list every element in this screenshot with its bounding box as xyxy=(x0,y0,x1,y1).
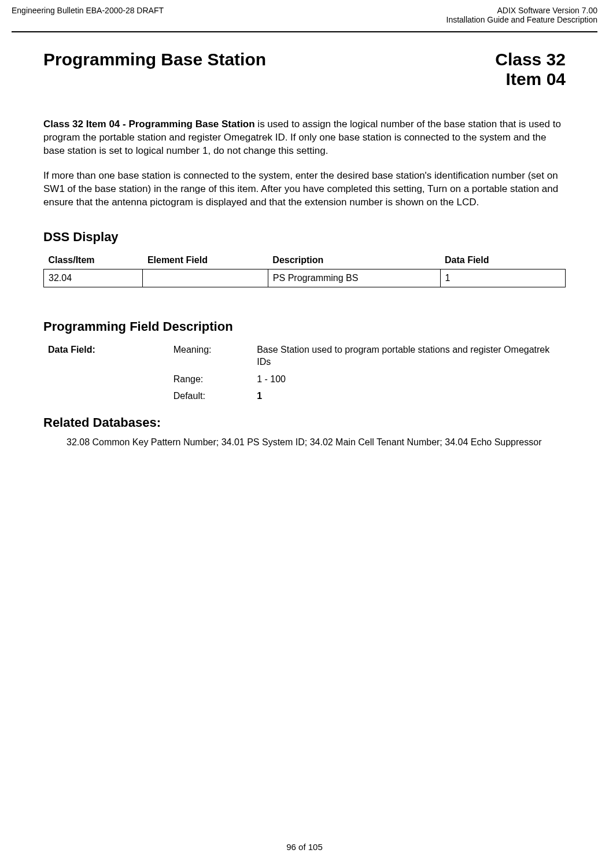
intro-paragraph-2: If more than one base station is connect… xyxy=(43,169,566,209)
dss-header-classitem: Class/Item xyxy=(44,252,143,269)
page-footer: 96 of 105 xyxy=(0,842,609,852)
pfd-datafield-label: Data Field: xyxy=(43,341,169,371)
pfd-default-label: Default: xyxy=(169,387,252,405)
page-title: Programming Base Station xyxy=(43,50,266,69)
pfd-range-label: Range: xyxy=(169,371,252,388)
title-row: Programming Base Station Class 32 Item 0… xyxy=(43,50,566,89)
title-class-item: Class 32 Item 04 xyxy=(495,50,566,89)
pfd-row-range: Range: 1 - 100 xyxy=(43,371,566,388)
dss-cell-elementfield xyxy=(143,269,268,287)
dss-cell-description: PS Programming BS xyxy=(268,269,440,287)
dss-header-datafield: Data Field xyxy=(440,252,566,269)
pfd-empty-1 xyxy=(43,371,169,388)
pfd-table: Data Field: Meaning: Base Station used t… xyxy=(43,341,566,405)
pfd-range-value: 1 - 100 xyxy=(252,371,566,388)
header-right-line1: ADIX Software Version 7.00 xyxy=(446,6,597,15)
header-left-text: Engineering Bulletin EBA-2000-28 DRAFT xyxy=(12,6,164,24)
pfd-row-meaning: Data Field: Meaning: Base Station used t… xyxy=(43,341,566,371)
pfd-default-value: 1 xyxy=(252,387,566,405)
pfd-default-value-bold: 1 xyxy=(257,391,262,401)
title-class: Class 32 xyxy=(495,50,566,69)
intro-bold-lead: Class 32 Item 04 - Programming Base Stat… xyxy=(43,119,255,130)
related-databases-section: Related Databases: 32.08 Common Key Patt… xyxy=(43,415,566,449)
intro-paragraph-1: Class 32 Item 04 - Programming Base Stat… xyxy=(43,118,566,158)
dss-display-heading: DSS Display xyxy=(43,230,566,245)
header-divider xyxy=(12,31,597,32)
dss-header-elementfield: Element Field xyxy=(143,252,268,269)
pfd-meaning-value: Base Station used to program portable st… xyxy=(252,341,566,371)
dss-cell-datafield: 1 xyxy=(440,269,566,287)
dss-table-row: 32.04 PS Programming BS 1 xyxy=(44,269,566,287)
pfd-heading: Programming Field Description xyxy=(43,319,566,334)
page-content: Programming Base Station Class 32 Item 0… xyxy=(0,50,609,449)
dss-cell-classitem: 32.04 xyxy=(44,269,143,287)
related-text: 32.08 Common Key Pattern Number; 34.01 P… xyxy=(43,436,566,449)
related-heading: Related Databases: xyxy=(43,415,566,430)
dss-table-header-row: Class/Item Element Field Description Dat… xyxy=(44,252,566,269)
dss-header-description: Description xyxy=(268,252,440,269)
header-right-line2: Installation Guide and Feature Descripti… xyxy=(446,15,597,24)
page-number: 96 of 105 xyxy=(286,842,323,852)
page-header: Engineering Bulletin EBA-2000-28 DRAFT A… xyxy=(0,0,609,24)
pfd-empty-2 xyxy=(43,387,169,405)
dss-table: Class/Item Element Field Description Dat… xyxy=(43,252,566,287)
title-item: Item 04 xyxy=(495,69,566,89)
header-right-block: ADIX Software Version 7.00 Installation … xyxy=(446,6,597,24)
pfd-meaning-label: Meaning: xyxy=(169,341,252,371)
pfd-row-default: Default: 1 xyxy=(43,387,566,405)
